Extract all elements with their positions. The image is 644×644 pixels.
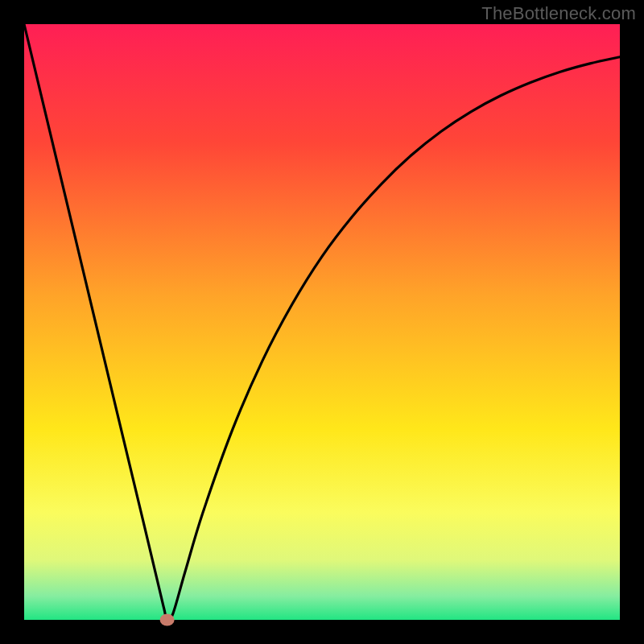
- marker-dot: [160, 614, 175, 626]
- watermark-text: TheBottleneck.com: [481, 3, 636, 24]
- chart-svg: [0, 0, 644, 644]
- chart-frame: TheBottleneck.com: [0, 0, 644, 644]
- svg-rect-1: [24, 24, 620, 620]
